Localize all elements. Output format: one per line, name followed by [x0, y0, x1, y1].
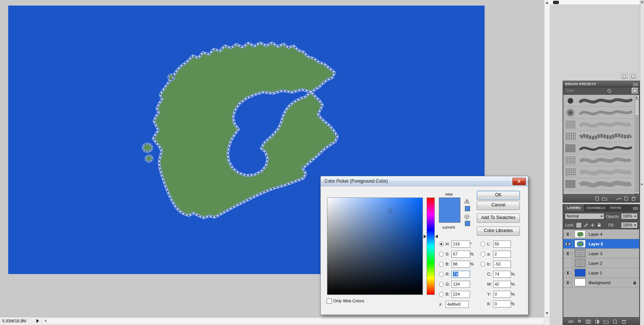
lock-pixels-icon[interactable]	[583, 223, 588, 228]
b-field[interactable]: 88	[452, 261, 470, 268]
cancel-button[interactable]: Cancel	[477, 201, 520, 210]
brush-stroke-icon[interactable]	[616, 196, 622, 201]
k-field[interactable]: 0	[493, 300, 511, 308]
toggle-brush-panel-icon[interactable]	[631, 87, 638, 94]
layer-row-background[interactable]: Background	[563, 278, 639, 287]
panel-dock-icon-1[interactable]	[621, 73, 628, 79]
r-field[interactable]: 74	[452, 271, 470, 278]
gamut-color-swatch[interactable]	[465, 206, 470, 211]
layer-thumbnail[interactable]	[575, 279, 586, 286]
layer-mask-icon[interactable]	[585, 319, 591, 324]
delete-layer-icon[interactable]	[621, 319, 627, 324]
hue-marker-right-icon[interactable]	[435, 235, 438, 238]
gamut-warning-icon[interactable]	[464, 199, 470, 203]
hue-marker-left-icon[interactable]	[424, 235, 426, 238]
layer-thumbnail[interactable]	[575, 240, 586, 248]
close-button[interactable]	[512, 178, 526, 185]
layer-name[interactable]: Layer 2	[589, 261, 602, 266]
s-radio[interactable]	[439, 252, 444, 257]
fill-field[interactable]: 100%	[621, 222, 638, 228]
new-group-icon[interactable]	[603, 319, 609, 324]
lock-all-icon[interactable]	[597, 222, 602, 227]
layer-thumbnail[interactable]	[575, 250, 586, 257]
brush-preset-item[interactable]	[563, 142, 636, 154]
brush-preset-item[interactable]	[563, 119, 636, 131]
l-field[interactable]: 55	[493, 241, 511, 248]
layer-style-icon[interactable]: fx	[578, 319, 581, 323]
b2-field[interactable]: 224	[452, 291, 470, 298]
layer-thumbnail[interactable]	[575, 230, 586, 238]
visibility-toggle-hidden[interactable]	[563, 258, 572, 268]
layer-row-layer3[interactable]: Layer 3	[563, 249, 639, 258]
layer-row-layer2[interactable]: Layer 2	[563, 258, 639, 268]
ok-button[interactable]: OK	[477, 191, 520, 200]
brush-preset-item[interactable]	[563, 95, 636, 107]
tab-paths[interactable]: PATHS	[608, 205, 624, 211]
lab-b-radio[interactable]	[480, 262, 485, 267]
hex-field[interactable]: 4a86e0	[446, 301, 469, 308]
lock-transparency-icon[interactable]	[576, 223, 581, 228]
delete-brush-icon[interactable]	[631, 196, 637, 201]
h-radio[interactable]	[439, 242, 444, 247]
visibility-toggle[interactable]	[563, 278, 572, 287]
panel-menu-icon[interactable]	[633, 206, 638, 210]
g-field[interactable]: 134	[452, 281, 470, 288]
canvas-vertical-scrollbar[interactable]	[544, 0, 550, 317]
status-popup-arrow-icon[interactable]	[36, 319, 39, 323]
r-radio[interactable]	[439, 272, 444, 277]
brush-list-scrollbar[interactable]	[635, 95, 639, 196]
canvas-horizontal-scrollbar[interactable]	[42, 318, 544, 324]
scroll-down-icon[interactable]	[641, 184, 643, 186]
preset-folder-icon[interactable]	[602, 196, 608, 201]
preset-doc-icon[interactable]	[594, 196, 600, 201]
lab-b-field[interactable]: -53	[493, 261, 511, 268]
only-web-colors-checkbox[interactable]	[327, 299, 332, 304]
color-field[interactable]	[327, 197, 423, 295]
reset-icon[interactable]	[606, 88, 612, 93]
dialog-titlebar[interactable]: Color Picker (Foreground Color)	[321, 176, 528, 186]
s-field[interactable]: 67	[452, 251, 470, 258]
adjustment-layer-icon[interactable]	[594, 319, 600, 324]
tab-layers[interactable]: LAYERS	[564, 205, 584, 211]
layer-name[interactable]: Layer 3	[589, 251, 602, 256]
visibility-toggle[interactable]	[563, 268, 572, 278]
visibility-toggle[interactable]	[563, 239, 572, 249]
a-field[interactable]: 2	[493, 251, 511, 258]
brush-preset-item[interactable]	[563, 154, 636, 166]
dock-edge-scrollbar[interactable]	[640, 0, 644, 325]
scrollbar-thumb[interactable]	[635, 99, 639, 116]
blend-mode-select[interactable]: Normal	[565, 213, 604, 219]
g-radio[interactable]	[439, 282, 444, 287]
layer-name[interactable]: Layer 5	[589, 242, 603, 246]
tool-icon[interactable]	[553, 1, 559, 4]
brush-presets-header[interactable]: BRUSH PRESETS	[563, 81, 640, 87]
link-layers-icon[interactable]	[567, 319, 574, 324]
a-radio[interactable]	[480, 252, 485, 257]
layer-name[interactable]: Layer 1	[589, 271, 602, 275]
lock-position-icon[interactable]	[590, 223, 595, 228]
panel-menu-icon[interactable]	[633, 83, 638, 86]
l-radio[interactable]	[480, 242, 485, 247]
visibility-toggle[interactable]	[563, 229, 572, 239]
panel-dock-icon-2[interactable]	[630, 73, 637, 79]
layer-thumbnail[interactable]	[575, 259, 586, 267]
b2-radio[interactable]	[439, 292, 444, 297]
color-field-cursor[interactable]	[388, 209, 392, 213]
opacity-field[interactable]: 100%	[621, 213, 638, 219]
m-field[interactable]: 42	[493, 281, 511, 288]
edge-icon[interactable]	[641, 1, 643, 3]
c-field[interactable]: 74	[493, 271, 511, 278]
brush-preset-item[interactable]	[563, 107, 636, 119]
tab-channels[interactable]: CHANNELS	[584, 205, 608, 211]
layer-row-layer5[interactable]: Layer 5	[563, 239, 639, 249]
scroll-up-icon[interactable]	[546, 1, 548, 4]
layer-name[interactable]: Layer 4	[589, 232, 602, 236]
new-layer-icon[interactable]	[612, 319, 618, 324]
layer-row-layer1[interactable]: Layer 1	[563, 268, 639, 278]
layer-thumbnail[interactable]	[575, 269, 586, 277]
web-cube-icon[interactable]	[464, 214, 470, 219]
visibility-toggle[interactable]	[563, 249, 572, 258]
web-color-swatch[interactable]	[465, 221, 470, 226]
brush-preset-item[interactable]	[563, 131, 636, 142]
scroll-left-icon[interactable]	[44, 319, 46, 322]
